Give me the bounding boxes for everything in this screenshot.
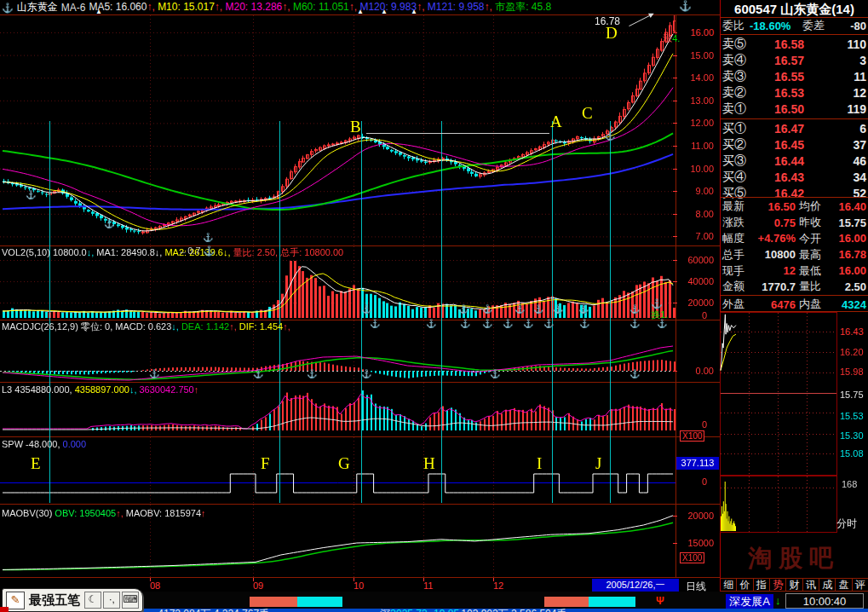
info-row: 金额1770.7量比2.50 <box>721 279 868 295</box>
obv-axis-label: 20000 <box>678 511 714 521</box>
order-price: 16.57 <box>756 54 804 67</box>
tab-价[interactable]: 价 <box>736 579 752 591</box>
waipan-row: 外盘6476内盘4324 <box>721 297 868 313</box>
anchor-icon: ⚓ <box>651 298 663 309</box>
value-segment: M120: 9.983 <box>359 1 417 13</box>
info-label: 最低 <box>799 263 831 279</box>
tab-盘[interactable]: 盘 <box>835 579 851 591</box>
order-price: 16.53 <box>756 86 804 100</box>
rise-num: 4. <box>672 33 680 43</box>
divider <box>0 504 720 505</box>
axis-tick <box>673 543 677 544</box>
linked-stock-selector[interactable]: 深发展A <box>726 594 773 609</box>
tab-指[interactable]: 指 <box>753 579 769 591</box>
value-segment: SPW -48.000, <box>2 439 63 449</box>
anchor-marker-icon: ⚓ <box>553 305 563 314</box>
tab-评[interactable]: 评 <box>852 579 868 591</box>
value-segment: ↓, <box>223 247 233 257</box>
chart-letter-E: E <box>31 454 41 473</box>
ma-mode-label: MA-6 <box>61 2 86 14</box>
info-value: 16.78 <box>831 248 866 261</box>
scroll-anchor-icon[interactable]: ⚓ <box>679 2 692 10</box>
current-date-label[interactable]: 2005/12/26,一 <box>592 579 679 592</box>
info-row: 幅度+4.76%今开16.00 <box>721 231 868 247</box>
vol-axis-label: 40000 <box>678 276 714 286</box>
clock: 10:00:40 <box>785 593 864 609</box>
info-label: 总手 <box>722 247 751 263</box>
order-row: 买①16.476 <box>721 120 868 136</box>
info-label: 外盘 <box>722 297 751 312</box>
ime-keyboard-icon[interactable]: ⌨ <box>122 592 139 609</box>
axis-tick <box>150 578 151 581</box>
candlestick-chart[interactable] <box>0 15 677 245</box>
price-axis-label: 7.00 <box>678 231 714 241</box>
buy-queue: 买①16.476买②16.4537买③16.4446买④16.4334买⑤16.… <box>721 120 868 202</box>
anchor-marker-icon: ⚓ <box>370 320 380 328</box>
anchor-marker-icon: ⚓ <box>490 370 500 378</box>
order-row: 卖③16.5511 <box>721 68 868 84</box>
anchor-marker-icon: ⚓ <box>104 220 114 228</box>
cursor-line[interactable] <box>279 121 280 503</box>
ime-min-chip[interactable] <box>0 607 9 612</box>
value-segment: 总手: 10800.00 <box>280 247 343 257</box>
cursor-line[interactable] <box>441 121 442 503</box>
tab-成[interactable]: 成 <box>819 579 835 591</box>
info-label: 最高 <box>799 247 831 263</box>
cursor-line[interactable] <box>610 121 611 503</box>
order-level-label: 买① <box>722 121 756 136</box>
axis-tick <box>673 123 677 124</box>
anchor-marker-icon: ⚓ <box>629 305 640 314</box>
info-label: 幅度 <box>722 231 751 246</box>
intraday-volume-chart[interactable] <box>720 476 837 533</box>
event-triangle-icon: ▲ <box>381 8 388 15</box>
order-price: 16.45 <box>756 138 804 152</box>
stock-code-title: 600547 山东黄金(14) <box>721 2 868 18</box>
maobv-header: MAOBV(30) OBV: 1950405↑, MAOBV: 1815974↑ <box>2 508 206 519</box>
info-label: 现手 <box>722 263 751 279</box>
stock-terminal: ⚓ 山东黄金 MA-6 MA5: 16.060↑, M10: 15.017↑, … <box>0 0 868 612</box>
mini-axis-label: 15.30 <box>840 430 864 441</box>
ime-punct-icon[interactable]: ·‚ <box>103 592 120 609</box>
info-label: 昨收 <box>799 215 831 230</box>
vol-zero-label: 0 <box>671 310 707 320</box>
order-price: 16.44 <box>756 154 804 168</box>
price-axis-label: 13.00 <box>678 95 714 106</box>
anchor-marker-icon: ⚓ <box>458 305 468 314</box>
anchor-marker-icon: ⚓ <box>629 370 640 378</box>
mini-axis-label: 16.43 <box>840 326 864 337</box>
tab-财[interactable]: 财 <box>785 579 802 591</box>
chart-letter-J: J <box>595 454 601 473</box>
axis-tick <box>673 236 677 237</box>
month-label: 10 <box>354 580 364 591</box>
axis-tick <box>253 578 254 581</box>
order-row: 卖④16.573 <box>721 52 868 68</box>
tab-势[interactable]: 势 <box>769 579 785 591</box>
mini-chart-type-label[interactable]: 分时 <box>836 517 857 531</box>
value-segment: ↑, <box>283 321 290 332</box>
order-volume: 3 <box>804 54 866 67</box>
value-segment: MAOBV: 1815974 <box>126 508 201 518</box>
tab-细[interactable]: 细 <box>721 579 736 591</box>
order-level-label: 卖④ <box>722 53 756 68</box>
quote-tabs: 细价指势财讯成盘评 <box>721 578 868 592</box>
month-label: 12 <box>493 580 503 591</box>
order-level-label: 买③ <box>722 153 756 169</box>
ime-name[interactable]: 最强五笔 <box>26 592 83 609</box>
info-value: +4.76% <box>751 232 796 245</box>
axis-tick <box>673 146 677 147</box>
info-row: 涨跌0.75昨收15.75 <box>721 215 868 231</box>
chart-letter-F: F <box>261 454 270 473</box>
value-segment: ↑ <box>194 384 199 395</box>
price-axis-label: 11.00 <box>678 141 714 151</box>
updown-ratio-bar-1 <box>250 597 342 607</box>
ime-pencil-icon[interactable]: ✎ <box>6 592 25 609</box>
tab-讯[interactable]: 讯 <box>802 579 819 591</box>
value-segment: 市盈率: 45.8 <box>495 1 551 13</box>
info-value: 12 <box>751 264 796 277</box>
anchor-marker-icon: ⚓ <box>578 305 589 314</box>
divider <box>0 436 720 437</box>
ime-fullhalf-icon[interactable]: ☾ <box>84 592 101 609</box>
axis-tick <box>493 578 494 581</box>
value-segment: ↑, <box>417 1 428 13</box>
intraday-mini-chart[interactable] <box>720 312 837 476</box>
